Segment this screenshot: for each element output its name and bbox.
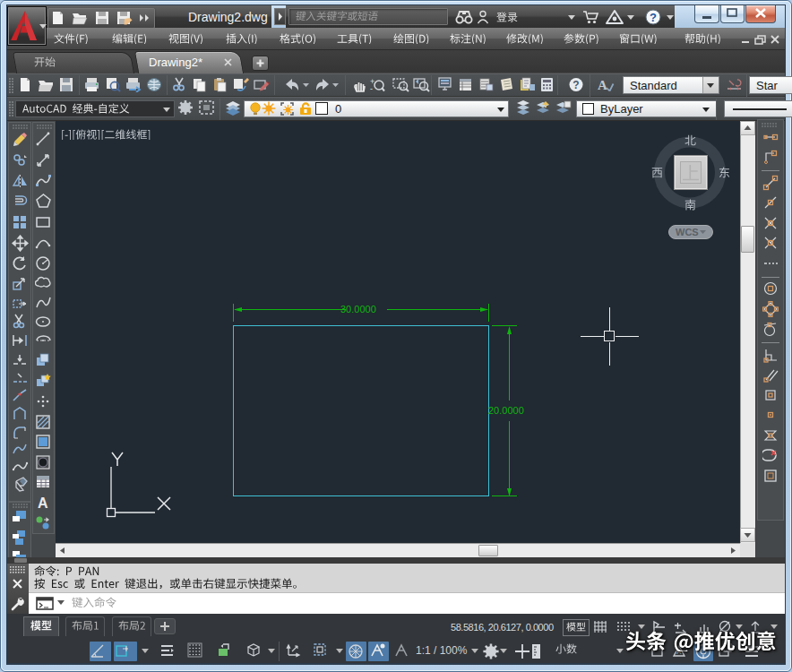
svg-text:A: A [38, 495, 48, 511]
svg-text:A: A [598, 78, 607, 92]
svg-text:?: ? [650, 11, 657, 24]
svg-text:?: ? [572, 79, 579, 91]
svg-text:-: - [370, 84, 373, 92]
